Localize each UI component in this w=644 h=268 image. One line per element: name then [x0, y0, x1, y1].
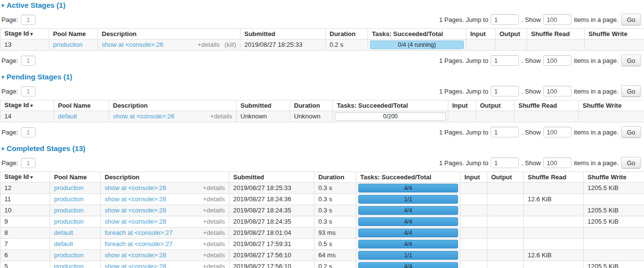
items-per-page-input[interactable] [543, 55, 571, 66]
column-header-submitted[interactable]: Submitted [229, 172, 314, 183]
details-toggle[interactable]: +details [203, 240, 225, 248]
pool-name-link[interactable]: default [54, 229, 73, 236]
pool-name-cell: production [50, 250, 101, 261]
stage-id-cell: 9 [0, 216, 50, 228]
column-header-pool-name[interactable]: Pool Name [54, 100, 109, 111]
stage-description-link[interactable]: foreach at <console>:27 [105, 240, 173, 248]
column-header-pool-name[interactable]: Pool Name [50, 172, 101, 183]
pool-name-cell: production [50, 194, 101, 205]
page-number-input[interactable] [21, 127, 36, 137]
stage-description-link[interactable]: show at <console>:26 [105, 184, 166, 192]
details-toggle[interactable]: +details [203, 218, 225, 226]
details-toggle[interactable]: +details [203, 251, 225, 259]
column-header-duration[interactable]: Duration [314, 172, 356, 183]
items-per-page-input[interactable] [543, 127, 571, 137]
pool-name-link[interactable]: production [54, 218, 84, 225]
go-button[interactable]: Go [621, 85, 641, 97]
shuffle-write-cell [579, 111, 644, 122]
pool-name-link[interactable]: production [54, 251, 84, 259]
pool-name-link[interactable]: production [54, 263, 84, 268]
stage-description-link[interactable]: show at <console>:28 [105, 251, 166, 259]
column-header-tasks-succeeded-total[interactable]: Tasks: Succeeded/Total [368, 29, 466, 39]
stage-description-link[interactable]: show at <console>:26 [102, 41, 163, 49]
page-number-input[interactable] [21, 86, 36, 96]
column-header-output[interactable]: Output [476, 100, 515, 111]
stage-row: 14defaultshow at <console>:26+detailsUnk… [0, 111, 644, 122]
details-toggle[interactable]: +details [203, 263, 225, 268]
jump-to-input[interactable] [491, 55, 519, 66]
column-header-submitted[interactable]: Submitted [240, 29, 326, 39]
go-button[interactable]: Go [621, 126, 641, 138]
page-number-input[interactable] [21, 56, 36, 66]
pending-stages-header[interactable]: ▾ Pending Stages (1) [1, 73, 644, 81]
column-header-shuffle-write[interactable]: Shuffle Write [579, 100, 644, 111]
tasks-progress-bar: 1/1 [358, 251, 458, 260]
items-per-page-input[interactable] [543, 157, 571, 168]
details-toggle[interactable]: +details [203, 207, 225, 214]
stage-description-link[interactable]: show at <console>:28 [105, 207, 166, 214]
jump-to-input[interactable] [491, 127, 519, 137]
section-title-text: Completed Stages (13) [7, 144, 86, 153]
page-number-input[interactable] [21, 15, 36, 25]
details-toggle[interactable]: +details [203, 195, 225, 203]
jump-to-input[interactable] [491, 157, 519, 168]
pool-name-link[interactable]: production [53, 41, 83, 48]
stage-description-link[interactable]: show at <console>:28 [105, 263, 166, 268]
jump-to-input[interactable] [491, 14, 519, 25]
go-button[interactable]: Go [621, 55, 641, 66]
column-header-input[interactable]: Input [460, 172, 487, 183]
column-header-tasks-succeeded-total[interactable]: Tasks: Succeeded/Total [356, 172, 460, 183]
duration-cell: 0.3 s [314, 205, 356, 216]
pool-name-link[interactable]: production [54, 207, 84, 214]
completed-stages-header[interactable]: ▾ Completed Stages (13) [1, 144, 644, 153]
tasks-progress-bar: 4/4 [358, 240, 458, 249]
details-toggle[interactable]: +details [203, 229, 225, 237]
shuffle-write-cell: 1205.5 KiB [584, 183, 644, 194]
page-number-input[interactable] [21, 158, 36, 168]
stage-description-link[interactable]: show at <console>:28 [105, 218, 166, 226]
jump-to-input[interactable] [491, 86, 519, 96]
pager-top: Page: 1 Pages. Jump to . Show items in a… [1, 14, 641, 25]
column-header-output[interactable]: Output [487, 172, 524, 183]
column-header-duration[interactable]: Duration [290, 100, 333, 111]
column-header-shuffle-read[interactable]: Shuffle Read [515, 100, 579, 111]
active-stages-header[interactable]: ▾ Active Stages (1) [1, 1, 644, 10]
details-toggle[interactable]: +details [210, 113, 232, 120]
column-header-shuffle-read[interactable]: Shuffle Read [527, 29, 585, 39]
details-toggle[interactable]: +details [203, 184, 225, 192]
stage-description-link[interactable]: foreach at <console>:27 [105, 229, 173, 237]
shuffle-write-cell [585, 39, 644, 51]
pool-name-link[interactable]: default [58, 113, 77, 120]
column-header-shuffle-read[interactable]: Shuffle Read [524, 172, 584, 183]
column-header-description[interactable]: Description [101, 172, 229, 183]
column-header-shuffle-write[interactable]: Shuffle Write [584, 172, 644, 183]
stage-description-link[interactable]: show at <console>:26 [113, 113, 174, 120]
column-header-input[interactable]: Input [448, 100, 476, 111]
column-header-description[interactable]: Description [109, 100, 237, 111]
kill-link[interactable]: (kill) [224, 41, 236, 49]
column-header-stage-id[interactable]: Stage Id ▾ [0, 29, 49, 39]
go-button[interactable]: Go [621, 157, 641, 169]
column-header-submitted[interactable]: Submitted [237, 100, 290, 111]
column-header-duration[interactable]: Duration [326, 29, 368, 39]
items-per-page-input[interactable] [543, 14, 571, 25]
column-header-stage-id[interactable]: Stage Id ▾ [0, 100, 54, 111]
tasks-progress-bar: 1/1 [358, 195, 458, 204]
column-header-tasks-succeeded-total[interactable]: Tasks: Succeeded/Total [333, 100, 448, 111]
description-cell: show at <console>:28+details [101, 261, 229, 268]
items-per-page-input[interactable] [543, 86, 571, 96]
pool-name-link[interactable]: default [54, 240, 73, 248]
column-header-output[interactable]: Output [496, 29, 527, 39]
pool-name-link[interactable]: production [54, 195, 84, 203]
details-toggle[interactable]: +details [198, 41, 220, 49]
column-header-description[interactable]: Description [98, 29, 240, 39]
go-button[interactable]: Go [621, 14, 641, 25]
column-header-shuffle-write[interactable]: Shuffle Write [585, 29, 644, 39]
column-header-input[interactable]: Input [466, 29, 496, 39]
column-header-pool-name[interactable]: Pool Name [49, 29, 98, 39]
column-header-stage-id[interactable]: Stage Id ▾ [0, 172, 50, 183]
stage-description-link[interactable]: show at <console>:28 [105, 195, 166, 203]
stage-id-cell: 14 [0, 111, 54, 122]
output-cell [487, 216, 524, 228]
pool-name-link[interactable]: production [54, 184, 84, 191]
